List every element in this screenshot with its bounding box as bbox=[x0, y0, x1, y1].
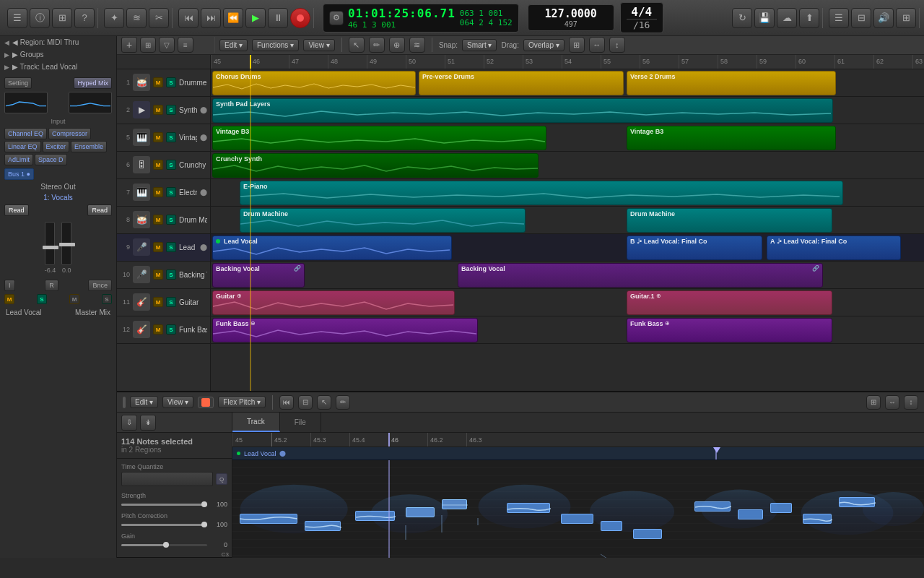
tab-file[interactable]: File bbox=[280, 413, 321, 432]
track-row-2[interactable]: Synth Pad Layers bbox=[211, 97, 924, 124]
track-row-6[interactable]: Crunchy Synth bbox=[211, 152, 924, 179]
read-btn-left[interactable]: Read bbox=[4, 204, 29, 216]
mute-btn-channel2[interactable]: M bbox=[69, 294, 79, 304]
bottom-filter-btn[interactable]: ⊟ bbox=[298, 395, 313, 410]
scroll-down-btn[interactable]: ⇩ bbox=[121, 415, 137, 431]
bottom-pointer-btn[interactable]: ↖ bbox=[317, 395, 331, 410]
snap-dropdown[interactable]: Smart ▾ bbox=[462, 39, 497, 51]
pitch-note-5[interactable] bbox=[442, 499, 467, 509]
mute-10[interactable]: M bbox=[153, 269, 163, 280]
track-row-9[interactable]: Lead Vocal B ♩• Lead Vocal: Final Co A ♩… bbox=[211, 234, 924, 262]
solo-7[interactable]: S bbox=[166, 187, 176, 197]
metronome-icon[interactable]: ⚙ bbox=[329, 11, 344, 25]
track-filter-btn[interactable]: ≡ bbox=[178, 37, 193, 53]
clip-guitar-2[interactable]: Guitar.1 ⊕ bbox=[627, 290, 832, 315]
time-quantize-q-btn[interactable]: Q bbox=[216, 473, 227, 485]
eq-icon[interactable]: ≋ bbox=[126, 8, 147, 28]
track-fold-btn[interactable]: ▽ bbox=[159, 37, 175, 53]
edit-dropdown-bottom[interactable]: Edit ▾ bbox=[130, 396, 158, 408]
export-icon[interactable]: ⬆ bbox=[799, 8, 819, 28]
transform-icon[interactable]: ✦ bbox=[104, 8, 124, 28]
sidebar-track[interactable]: ▶ ▶ Track: Lead Vocal bbox=[0, 61, 116, 73]
solo-9[interactable]: S bbox=[166, 242, 176, 252]
solo-btn-channel2[interactable]: S bbox=[102, 294, 112, 304]
strength-thumb[interactable] bbox=[201, 501, 207, 507]
sidebar-groups[interactable]: ▶ ▶ Groups bbox=[0, 48, 116, 61]
clip-synth-pad[interactable]: Synth Pad Layers bbox=[212, 98, 833, 123]
clip-vintage-b3-2[interactable]: Vintage B3 bbox=[627, 126, 836, 150]
record-arm-btn[interactable]: R bbox=[45, 280, 58, 291]
bottom-resize[interactable]: ↕ bbox=[904, 395, 918, 410]
clip-lead-vocal-3[interactable]: A ♩• Lead Vocal: Final Co bbox=[767, 236, 901, 260]
setting-button[interactable]: Setting bbox=[4, 77, 32, 89]
solo-2[interactable]: S bbox=[166, 105, 176, 115]
marquee-tool[interactable]: ⊕ bbox=[389, 37, 405, 53]
help-icon[interactable]: ? bbox=[74, 8, 95, 28]
mute-btn-channel[interactable]: M bbox=[4, 294, 14, 304]
pitch-correction-thumb[interactable] bbox=[201, 522, 207, 527]
track-options-btn[interactable]: ⊞ bbox=[140, 37, 156, 53]
fader-right-track[interactable] bbox=[61, 222, 71, 265]
list-icon[interactable]: ☰ bbox=[7, 8, 27, 28]
view-dropdown-bottom[interactable]: View ▾ bbox=[162, 396, 193, 408]
clip-funk-bass-2[interactable]: Funk Bass ⊕ bbox=[627, 318, 832, 342]
track-row-5[interactable]: Vintage B3 Vintage B3 bbox=[211, 124, 924, 152]
exciter-btn[interactable]: Exciter bbox=[43, 141, 70, 152]
track-row-7[interactable]: E-Piano bbox=[211, 179, 924, 207]
pitch-note-9[interactable] bbox=[633, 529, 662, 539]
mute-6[interactable]: M bbox=[153, 160, 163, 170]
hyped-mix-button[interactable]: Hyped Mix bbox=[74, 77, 112, 89]
pause-icon[interactable]: ⏸ bbox=[268, 8, 288, 28]
clip-chorus-drums[interactable]: Chorus Drums bbox=[212, 71, 416, 95]
space-d-btn[interactable]: Space D bbox=[35, 154, 67, 165]
clip-guitar-1[interactable]: Guitar ⊕ bbox=[212, 290, 455, 315]
sync-icon[interactable]: ↻ bbox=[732, 8, 752, 28]
pitch-note-13[interactable] bbox=[803, 514, 832, 524]
zoom-in-btn[interactable]: ⊞ bbox=[569, 37, 585, 53]
bottom-rewind-btn[interactable]: ⏮ bbox=[279, 395, 294, 410]
pointer-tool[interactable]: ↖ bbox=[349, 37, 365, 53]
clip-crunchy-synth[interactable]: Crunchy Synth bbox=[212, 153, 539, 178]
solo-5[interactable]: S bbox=[166, 132, 176, 142]
record-button[interactable] bbox=[290, 8, 310, 28]
add-track-button[interactable]: + bbox=[121, 37, 137, 53]
flex-pitch-dropdown[interactable]: Flex Pitch ▾ bbox=[218, 396, 266, 408]
mute-8[interactable]: M bbox=[153, 215, 163, 225]
solo-11[interactable]: S bbox=[166, 297, 176, 307]
mixer-icon[interactable]: ⊞ bbox=[52, 8, 72, 28]
bottom-zoom-out[interactable]: ↔ bbox=[885, 395, 899, 410]
mute-12[interactable]: M bbox=[153, 324, 163, 335]
clip-drum-machine-1[interactable]: Drum Machine bbox=[240, 208, 526, 233]
clip-verse2-drums[interactable]: Verse 2 Drums bbox=[627, 71, 836, 95]
pencil-tool[interactable]: ✏ bbox=[369, 37, 385, 53]
solo-8[interactable]: S bbox=[166, 215, 176, 225]
gain-slider[interactable] bbox=[121, 544, 207, 546]
fade-tool[interactable]: ≋ bbox=[409, 37, 425, 53]
clip-vintage-b3-1[interactable]: Vintage B3 bbox=[212, 126, 546, 150]
track-row-1[interactable]: Chorus Drums Pre-verse Drums Verse 2 Dru… bbox=[211, 69, 924, 97]
piano-roll-icon[interactable]: ⊟ bbox=[851, 8, 871, 28]
clip-lead-vocal-1[interactable]: Lead Vocal bbox=[212, 236, 452, 260]
tab-track[interactable]: Track bbox=[232, 413, 280, 432]
mixer-view-icon[interactable]: 🔊 bbox=[873, 8, 894, 28]
gain-thumb[interactable] bbox=[163, 542, 169, 548]
drag-dropdown[interactable]: Overlap ▾ bbox=[523, 39, 565, 51]
read-btn-right[interactable]: Read bbox=[87, 204, 112, 216]
mute-7[interactable]: M bbox=[153, 187, 163, 197]
edit-dropdown[interactable]: Edit ▾ bbox=[219, 39, 248, 51]
mute-2[interactable]: M bbox=[153, 105, 163, 115]
pitch-note-3[interactable] bbox=[355, 511, 395, 521]
resize-btn[interactable]: ↕ bbox=[609, 37, 625, 53]
bnce-btn[interactable]: Bnce bbox=[88, 280, 112, 291]
pitch-note-4[interactable] bbox=[406, 507, 435, 517]
track-row-8[interactable]: Drum Machine Drum Machine bbox=[211, 207, 924, 234]
mute-11[interactable]: M bbox=[153, 297, 163, 307]
flex-pitch-icon[interactable] bbox=[198, 397, 214, 408]
track-row-12[interactable]: Funk Bass ⊕ Funk Bass ⊕ bbox=[211, 316, 924, 344]
clip-preverse-drums[interactable]: Pre-verse Drums bbox=[419, 71, 624, 95]
bus-button[interactable]: Bus 1 ● bbox=[4, 168, 34, 180]
tracks-view-icon[interactable]: ☰ bbox=[829, 8, 849, 28]
forward-icon[interactable]: ⏭ bbox=[201, 8, 221, 28]
time-quantize-dropdown[interactable] bbox=[121, 472, 213, 486]
bottom-pencil-btn[interactable]: ✏ bbox=[336, 395, 350, 410]
